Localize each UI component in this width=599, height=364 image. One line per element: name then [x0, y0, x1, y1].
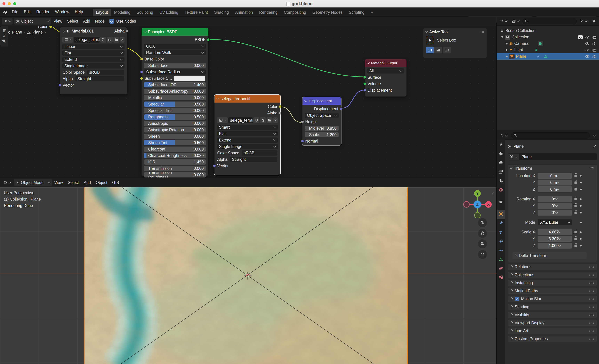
disclosure-triangle[interactable] — [506, 55, 508, 58]
node-output-row[interactable]: BSDF — [144, 37, 206, 42]
lock-icon[interactable] — [574, 245, 577, 247]
node-row[interactable]: Color Space sRGB — [217, 150, 278, 156]
collapsed-panel[interactable]: Shading — [508, 303, 597, 310]
node-row[interactable]: Metallic 0.000 — [144, 95, 206, 100]
color-socket[interactable] — [49, 26, 52, 28]
workspace-tab[interactable]: Rendering — [256, 9, 281, 16]
node-row[interactable]: Volume — [367, 81, 404, 87]
region-collapse-arrow[interactable] — [492, 192, 495, 195]
value-field[interactable]: 4.667 — [537, 229, 572, 235]
node-row[interactable]: Alpha Straight — [62, 76, 124, 81]
topbar-menu[interactable]: Help — [72, 9, 86, 15]
workspace-tab[interactable]: Scripting — [346, 9, 368, 16]
animate-dot[interactable] — [580, 238, 581, 240]
alpha-output-socket[interactable] — [126, 30, 128, 33]
panel-grip[interactable] — [589, 306, 594, 308]
node-row[interactable]: Single Image — [217, 144, 278, 149]
image-copy-button[interactable] — [107, 37, 113, 43]
viewport-3d[interactable]: User Perspective (1) Collection | Plane … — [0, 187, 496, 364]
node-row[interactable]: Subsurface Radius — [144, 69, 206, 75]
collapsed-panel[interactable]: Custom Properties — [508, 335, 597, 342]
animate-dot[interactable] — [580, 189, 581, 190]
properties-editor-type-button[interactable] — [498, 132, 509, 139]
node-row[interactable]: Subsurface IOR 1.400 — [144, 82, 206, 87]
node-output-row[interactable]: Color — [217, 104, 278, 109]
workspace-tab[interactable]: + — [368, 9, 376, 16]
node-row[interactable]: Sheen 0.000 — [144, 134, 206, 139]
panel-grip[interactable] — [589, 290, 594, 292]
value-field[interactable]: 0 m — [537, 186, 572, 192]
node-row[interactable]: Extend — [62, 57, 124, 62]
terrain-plane-object[interactable] — [84, 187, 408, 364]
object-name-field[interactable]: Plane — [519, 153, 597, 160]
shader-editor-menu[interactable]: Node — [93, 18, 107, 24]
animate-dot[interactable] — [580, 198, 581, 200]
node-socket[interactable] — [301, 140, 304, 143]
viewport-menu[interactable]: GIS — [110, 180, 122, 186]
outliner-filter-mode-dropdown[interactable] — [510, 18, 521, 25]
node-socket[interactable] — [363, 89, 366, 92]
select-mode-new-button[interactable] — [426, 47, 434, 53]
shader-type-dropdown[interactable]: Object — [14, 18, 51, 25]
node-row[interactable]: Smart — [217, 125, 278, 130]
node-row[interactable]: Single Image — [62, 63, 124, 69]
select-box-tool-icon[interactable] — [426, 36, 434, 44]
node-row[interactable]: Normal — [305, 139, 339, 144]
node-row[interactable]: Subsurface Anisotropy 0.000 — [144, 89, 206, 94]
properties-search-input[interactable] — [511, 132, 590, 139]
tab-tool[interactable] — [497, 140, 505, 149]
workspace-tab[interactable]: Compositing — [281, 9, 309, 16]
workspace-tab[interactable]: Shading — [211, 9, 232, 16]
value-field[interactable]: XYZ Euler — [537, 219, 572, 225]
node-socket[interactable] — [140, 58, 143, 61]
image-open-button[interactable] — [113, 37, 119, 43]
shader-editor-menu[interactable]: View — [51, 18, 64, 24]
panel-grip[interactable] — [589, 314, 594, 316]
image-copy-button[interactable] — [260, 117, 266, 123]
tab-constraints[interactable] — [497, 246, 505, 255]
camera-view-button[interactable] — [478, 239, 487, 248]
outliner-filter-button[interactable] — [578, 18, 589, 25]
node-row[interactable]: Specular Tint 0.000 — [144, 108, 206, 113]
node-socket[interactable] — [363, 76, 366, 79]
panel-grip[interactable] — [590, 167, 595, 169]
workspace-tab[interactable]: Geometry Nodes — [309, 9, 346, 16]
hide-eye-icon[interactable] — [585, 41, 590, 46]
workspace-tab[interactable]: Animation — [232, 9, 256, 16]
tab-view-layer[interactable] — [497, 167, 505, 176]
tab-modifiers[interactable] — [497, 219, 505, 228]
outliner-row-camera[interactable]: Camera — [497, 40, 599, 47]
collapsed-panel[interactable]: Motion Paths — [508, 287, 597, 294]
outliner-display-mode-dropdown[interactable] — [498, 18, 509, 25]
sidebar-tab[interactable]: Item — [0, 26, 8, 40]
animate-dot[interactable] — [580, 175, 581, 177]
value-field[interactable]: 0° — [537, 196, 572, 202]
gizmo-y-axis[interactable]: Y — [474, 190, 481, 197]
node-socket[interactable] — [140, 77, 143, 80]
animate-dot[interactable] — [580, 222, 581, 223]
node-socket[interactable] — [279, 112, 282, 114]
panel-grip[interactable] — [589, 321, 594, 324]
editor-type-button[interactable] — [2, 18, 13, 25]
workspace-tab[interactable]: Layout — [93, 9, 111, 16]
outliner-row-light[interactable]: Light — [497, 47, 599, 53]
hide-eye-icon[interactable] — [585, 54, 590, 59]
panel-grip[interactable] — [479, 31, 484, 33]
lock-icon[interactable] — [574, 205, 577, 207]
image-unlink-button[interactable]: × — [273, 117, 278, 123]
disclosure-triangle[interactable] — [506, 43, 508, 45]
node-row[interactable]: Transmission Roughness 0.000 — [144, 172, 206, 177]
tab-particles[interactable] — [497, 228, 505, 237]
collapsed-panel[interactable]: Visibility — [508, 311, 597, 318]
panel-grip[interactable] — [589, 266, 594, 268]
tab-collection[interactable] — [497, 198, 505, 207]
node-row[interactable]: Object Space — [305, 113, 339, 118]
viewport-menu[interactable]: Object — [93, 180, 110, 186]
workspace-tab[interactable]: UV Editing — [156, 9, 181, 16]
image-fake-user-icon[interactable] — [253, 117, 259, 123]
value-field[interactable]: 0° — [537, 210, 572, 216]
navigation-gizmo[interactable]: Y X Z — [463, 189, 492, 218]
gizmo-z-axis[interactable]: Z — [474, 201, 481, 208]
node-row[interactable]: Surface — [367, 75, 404, 80]
image-name-field[interactable]: selega_color.tif — [74, 37, 99, 43]
